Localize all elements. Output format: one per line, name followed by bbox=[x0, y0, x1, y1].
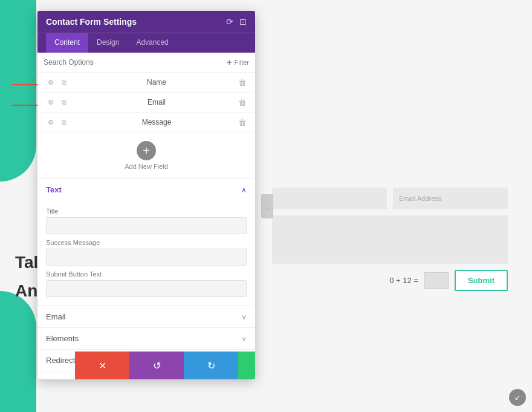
elements-section: Elements ∨ bbox=[37, 327, 255, 349]
add-field-button[interactable]: + Add New Field bbox=[37, 132, 255, 178]
add-field-label: Add New Field bbox=[125, 163, 168, 170]
field-item-message: ⚙ ⧉ Message 🗑 bbox=[37, 113, 255, 132]
delete-icon-name[interactable]: 🗑 bbox=[238, 77, 247, 87]
settings-icon-name[interactable]: ⚙ bbox=[46, 77, 56, 87]
filter-button[interactable]: + Filter bbox=[227, 57, 249, 67]
minimize-icon[interactable]: ↙ bbox=[509, 389, 526, 406]
submit-button-preview[interactable]: Submit bbox=[455, 270, 508, 291]
panel-title: Contact Form Settings bbox=[46, 17, 137, 27]
success-message-input[interactable] bbox=[46, 249, 247, 266]
search-bar: + Filter bbox=[37, 53, 255, 73]
field-message-label: Message bbox=[75, 118, 238, 126]
filter-plus-icon: + bbox=[227, 57, 232, 67]
tab-design[interactable]: Design bbox=[88, 33, 128, 53]
copy-icon-email[interactable]: ⧉ bbox=[59, 97, 69, 107]
email-section: Email ∨ bbox=[37, 306, 255, 327]
elements-chevron-icon: ∨ bbox=[241, 335, 247, 343]
field-icons-name: ⚙ ⧉ bbox=[46, 77, 69, 87]
submit-button-text-input[interactable] bbox=[46, 280, 247, 297]
panel-scroll-area: + Filter ⚙ ⧉ Name 🗑 ⚙ ⧉ Email bbox=[37, 53, 255, 379]
field-icons-message: ⚙ ⧉ bbox=[46, 117, 69, 127]
undo-button[interactable]: ↺ bbox=[129, 352, 184, 379]
email-section-title: Email bbox=[46, 312, 66, 321]
panel-resize-handle[interactable]: ⋮ bbox=[261, 194, 273, 218]
panel-tabs: Content Design Advanced bbox=[37, 33, 255, 53]
tab-content[interactable]: Content bbox=[46, 33, 88, 53]
link-section-title: Link bbox=[46, 378, 60, 379]
text-section-chevron-icon: ∧ bbox=[241, 186, 247, 194]
form-message-preview bbox=[272, 215, 508, 264]
bottom-toolbar: ✕ ↺ ↻ ✓ bbox=[75, 352, 255, 379]
save-button[interactable]: ✓ bbox=[238, 352, 255, 379]
expand-icon[interactable]: ⊡ bbox=[239, 17, 247, 27]
text-section: Text ∧ Title Success Message Submit Butt… bbox=[37, 178, 255, 306]
filter-label: Filter bbox=[235, 59, 249, 66]
field-item-name: ⚙ ⧉ Name 🗑 bbox=[37, 73, 255, 93]
title-text-input[interactable] bbox=[46, 217, 247, 234]
form-name-email-row: Email Address bbox=[272, 188, 508, 209]
success-message-label: Success Message bbox=[46, 239, 247, 246]
settings-icon-message[interactable]: ⚙ bbox=[46, 117, 56, 127]
text-section-title: Text bbox=[46, 185, 62, 194]
cancel-button[interactable]: ✕ bbox=[75, 352, 129, 379]
delete-icon-email[interactable]: 🗑 bbox=[238, 97, 247, 107]
form-name-input-preview bbox=[272, 188, 387, 209]
text-section-content: Title Success Message Submit Button Text bbox=[37, 200, 255, 306]
settings-icon-email[interactable]: ⚙ bbox=[46, 97, 56, 107]
email-placeholder: Email Address bbox=[399, 195, 441, 202]
teal-shape-bottom bbox=[0, 291, 36, 412]
field-item-email: ⚙ ⧉ Email 🗑 bbox=[37, 93, 255, 113]
field-icons-email: ⚙ ⧉ bbox=[46, 97, 69, 107]
form-email-input-preview: Email Address bbox=[393, 188, 508, 209]
field-name-label: Name bbox=[75, 78, 238, 87]
email-chevron-icon: ∨ bbox=[241, 313, 247, 321]
delete-icon-message[interactable]: 🗑 bbox=[238, 117, 247, 127]
settings-panel: Contact Form Settings ⟳ ⊡ Content Design… bbox=[37, 11, 255, 379]
copy-icon-name[interactable]: ⧉ bbox=[59, 77, 69, 87]
redo-button[interactable]: ↻ bbox=[184, 352, 238, 379]
elements-section-header[interactable]: Elements ∨ bbox=[37, 328, 255, 349]
sync-icon[interactable]: ⟳ bbox=[226, 17, 233, 27]
teal-shape-top bbox=[0, 0, 36, 181]
submit-button-text-label: Submit Button Text bbox=[46, 270, 247, 278]
captcha-input[interactable] bbox=[424, 272, 449, 289]
field-email-label: Email bbox=[75, 98, 238, 106]
add-field-circle-icon: + bbox=[137, 141, 156, 160]
elements-section-title: Elements bbox=[46, 334, 79, 343]
tab-advanced[interactable]: Advanced bbox=[128, 33, 177, 53]
email-section-header[interactable]: Email ∨ bbox=[37, 306, 255, 327]
copy-icon-message[interactable]: ⧉ bbox=[59, 117, 69, 127]
redirect-section-title: Redirect bbox=[46, 356, 75, 365]
search-input[interactable] bbox=[44, 58, 227, 67]
text-section-header[interactable]: Text ∧ bbox=[37, 179, 255, 200]
captcha-label: 0 + 12 = bbox=[389, 276, 418, 285]
form-footer: 0 + 12 = Submit bbox=[272, 270, 508, 291]
title-field-label: Title bbox=[46, 208, 247, 215]
panel-header-icons: ⟳ ⊡ bbox=[226, 17, 247, 27]
field-list: ⚙ ⧉ Name 🗑 ⚙ ⧉ Email 🗑 ⚙ ⧉ bbox=[37, 73, 255, 132]
panel-header: Contact Form Settings ⟳ ⊡ bbox=[37, 11, 255, 33]
contact-form-preview: Email Address 0 + 12 = Submit bbox=[260, 175, 520, 303]
